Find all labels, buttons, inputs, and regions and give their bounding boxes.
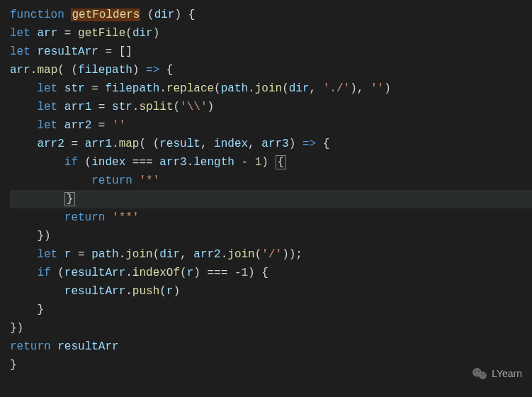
code-line-active: } [10, 190, 532, 208]
svg-point-3 [478, 371, 480, 372]
wechat-icon [472, 367, 487, 380]
code-line: resultArr.push(r) [10, 282, 532, 301]
watermark-text: LYearn [492, 364, 522, 383]
code-line: let arr2 = '' [10, 116, 532, 135]
code-line: return '*' [10, 172, 532, 190]
code-editor[interactable]: function getFolders (dir) { let arr = ge… [10, 6, 532, 374]
code-line: let resultArr = [] [10, 43, 532, 61]
code-line: if (index === arr3.length - 1) { [10, 153, 532, 172]
code-line: let r = path.join(dir, arr2.join('/')); [10, 245, 532, 264]
code-line: return '**' [10, 208, 532, 227]
code-line: let str = filepath.replace(path.join(dir… [10, 79, 532, 98]
code-line: if (resultArr.indexOf(r) === -1) { [10, 264, 532, 282]
code-line: }) [10, 319, 532, 337]
bracket-match-open: { [276, 155, 287, 169]
code-line: function getFolders (dir) { [10, 6, 532, 24]
code-line: arr2 = arr1.map( (result, index, arr3) =… [10, 135, 532, 153]
code-line: } [10, 301, 532, 319]
svg-point-5 [484, 374, 485, 375]
watermark: LYearn [472, 364, 522, 383]
function-name-highlighted: getFolders [71, 9, 140, 21]
code-line: let arr1 = str.split('\\') [10, 98, 532, 116]
svg-point-1 [479, 371, 487, 379]
code-line: return resultArr [10, 337, 532, 356]
svg-point-2 [475, 371, 476, 372]
code-line: arr.map( (filepath) => { [10, 61, 532, 79]
bracket-match-close: } [64, 192, 76, 206]
parameter: dir [154, 9, 175, 21]
keyword-function: function [10, 9, 64, 21]
code-line: }) [10, 227, 532, 245]
code-line: } [10, 356, 532, 374]
code-line: let arr = getFile(dir) [10, 24, 532, 43]
svg-point-4 [481, 374, 482, 375]
